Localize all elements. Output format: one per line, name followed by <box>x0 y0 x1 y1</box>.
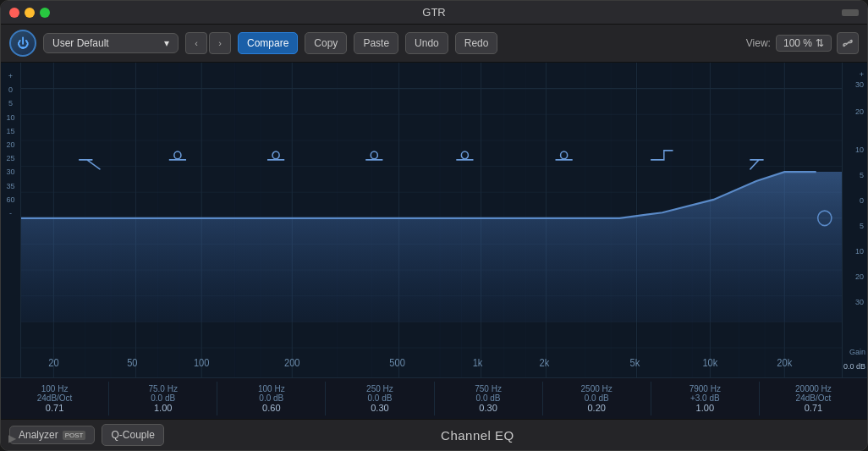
minimize-button[interactable] <box>25 8 35 18</box>
y-left-25: 25 <box>6 151 14 165</box>
y-right-5-neg: 5 <box>860 219 864 233</box>
eq-display: + 0 5 10 15 20 25 30 35 60 - <box>1 63 867 377</box>
y-left-20: 20 <box>6 138 14 151</box>
gain-label: Gain <box>849 348 865 356</box>
band-4-param2: 0.0 dB <box>367 393 392 403</box>
band-7-params: 7900 Hz +3.0 dB 1.00 <box>651 382 760 415</box>
y-left-35: 35 <box>6 179 14 193</box>
svg-point-48 <box>561 151 568 159</box>
band-3-param2: 0.0 dB <box>259 393 283 403</box>
band-2-params: 75.0 Hz 0.0 dB 1.00 <box>109 382 217 415</box>
band-4-params: 250 Hz 0.0 dB 0.30 <box>326 382 434 415</box>
band-4-freq: 250 Hz <box>366 384 393 393</box>
svg-text:1k: 1k <box>473 357 483 367</box>
y-right-10-neg: 10 <box>855 245 864 258</box>
power-button[interactable]: ⏻ <box>9 30 36 57</box>
y-right-20-neg: 20 <box>855 270 864 283</box>
view-control: View: 100 % ⇅ <box>746 32 859 54</box>
svg-text:50: 50 <box>127 357 137 367</box>
y-left-5: 5 <box>8 96 13 110</box>
band-7-param3: 1.00 <box>696 403 714 413</box>
eq-svg: 20 50 100 200 500 1k 2k 5k 10k 20k <box>21 63 842 377</box>
y-left-minus: - <box>9 206 12 220</box>
band-1-freq: 100 Hz <box>41 384 69 393</box>
nav-next-button[interactable]: › <box>209 32 231 54</box>
compare-button[interactable]: Compare <box>238 32 298 54</box>
dropdown-chevron-icon: ▾ <box>164 37 169 49</box>
redo-button[interactable]: Redo <box>455 32 498 54</box>
band-7-freq: 7900 Hz <box>689 384 721 393</box>
window-title: GTR <box>422 6 445 19</box>
band-8-params: 20000 Hz 24dB/Oct 0.71 <box>760 382 867 415</box>
band-3-params: 100 Hz 0.0 dB 0.60 <box>217 382 326 415</box>
y-left-0: 0 <box>8 83 13 96</box>
svg-point-42 <box>272 151 279 159</box>
transport-play-button[interactable]: ▶ <box>8 432 16 444</box>
band-2-freq: 75.0 Hz <box>148 384 177 393</box>
band-8-param2: 24dB/Oct <box>796 393 832 403</box>
band-1-param2: 24dB/Oct <box>37 393 73 403</box>
svg-text:100: 100 <box>194 357 210 367</box>
band-3-param3: 0.60 <box>262 403 280 413</box>
band-5-param2: 0.0 dB <box>476 393 501 403</box>
undo-button[interactable]: Undo <box>405 32 448 54</box>
maximize-button[interactable] <box>40 8 50 18</box>
y-left-plus: + <box>8 69 13 83</box>
band-3-freq: 100 Hz <box>258 384 285 393</box>
svg-text:10k: 10k <box>702 357 717 367</box>
view-percent-control[interactable]: 100 % ⇅ <box>776 35 832 52</box>
band-2-param2: 0.0 dB <box>151 393 175 403</box>
link-button[interactable] <box>837 32 859 54</box>
y-axis-right: + 30 20 10 5 0 5 10 20 30 Gain 0.0 dB <box>842 63 867 377</box>
analyzer-button[interactable]: Analyzer POST <box>9 426 95 444</box>
nav-buttons: ‹ › <box>185 32 231 54</box>
y-left-10: 10 <box>6 111 14 124</box>
svg-text:5k: 5k <box>630 357 640 367</box>
band-8-freq: 20000 Hz <box>795 384 832 393</box>
band-8-param3: 0.71 <box>805 403 822 413</box>
y-right-10-pos: 10 <box>855 143 864 157</box>
eq-main-area[interactable]: 20 50 100 200 500 1k 2k 5k 10k 20k <box>21 63 842 377</box>
band-5-param3: 0.30 <box>479 403 497 413</box>
close-button[interactable] <box>9 8 19 18</box>
y-left-60: 60 <box>6 193 14 206</box>
band-6-freq: 2500 Hz <box>581 384 613 393</box>
plugin-title: Channel EQ <box>441 428 514 443</box>
preset-dropdown[interactable]: User Default ▾ <box>43 33 179 53</box>
main-window: GTR ⏻ User Default ▾ ‹ › Compare Copy Pa… <box>0 0 868 451</box>
svg-text:500: 500 <box>389 357 405 367</box>
svg-text:200: 200 <box>284 357 300 367</box>
band-1-params: 100 Hz 24dB/Oct 0.71 <box>1 382 109 415</box>
q-couple-button[interactable]: Q-Couple <box>102 424 163 446</box>
bottom-controls: Analyzer POST Q-Couple <box>9 424 164 446</box>
nav-prev-button[interactable]: ‹ <box>185 32 207 54</box>
band-2-param3: 1.00 <box>154 403 172 413</box>
y-right-30-pos: 30 <box>855 78 864 91</box>
paste-button[interactable]: Paste <box>354 32 398 54</box>
preset-name: User Default <box>52 37 109 49</box>
title-bar: GTR <box>1 1 867 25</box>
stepper-icon: ⇅ <box>816 37 824 49</box>
svg-text:2k: 2k <box>540 357 550 367</box>
svg-text:20: 20 <box>48 357 58 367</box>
y-right-5-pos: 5 <box>860 168 864 182</box>
svg-point-46 <box>461 151 468 159</box>
band-6-param3: 0.20 <box>587 403 605 413</box>
gain-value: 0.0 dB <box>843 362 865 371</box>
band-7-param2: +3.0 dB <box>690 393 720 403</box>
band-4-param3: 0.30 <box>371 403 388 413</box>
y-right-30-neg: 30 <box>855 295 864 309</box>
y-right-0: 0 <box>860 194 864 207</box>
link-icon <box>842 37 854 49</box>
copy-button[interactable]: Copy <box>305 32 347 54</box>
band-5-params: 750 Hz 0.0 dB 0.30 <box>435 382 543 415</box>
band-6-params: 2500 Hz 0.0 dB 0.20 <box>543 382 651 415</box>
toolbar: ⏻ User Default ▾ ‹ › Compare Copy Paste … <box>1 25 867 63</box>
svg-point-40 <box>174 151 181 159</box>
view-percent-value: 100 % <box>783 37 812 49</box>
band-1-param3: 0.71 <box>46 403 63 413</box>
y-left-30: 30 <box>6 165 14 179</box>
post-badge: POST <box>63 431 86 440</box>
svg-text:20k: 20k <box>777 357 792 367</box>
band-6-param2: 0.0 dB <box>585 393 609 403</box>
